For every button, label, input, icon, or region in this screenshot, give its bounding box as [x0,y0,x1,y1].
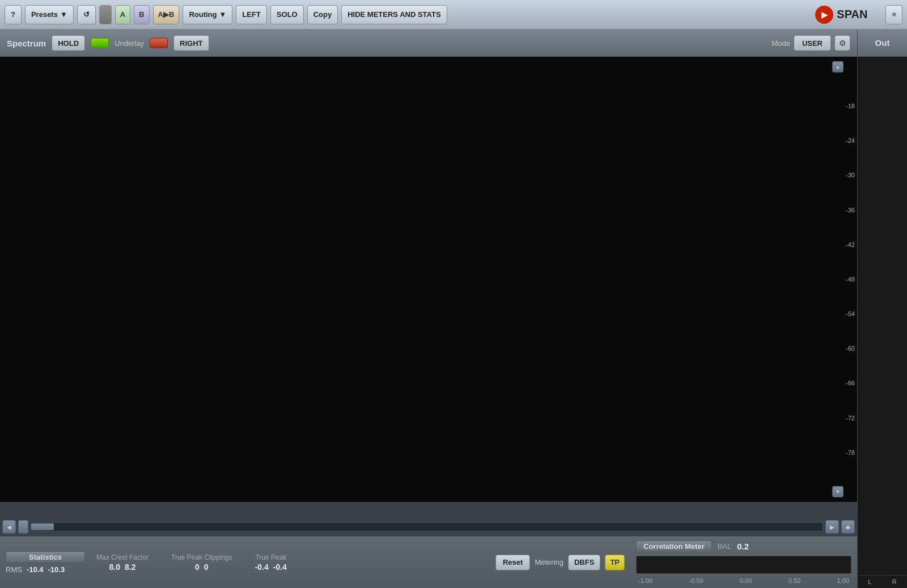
freq-label-600: 600 [405,508,415,515]
scroll-track[interactable] [31,522,823,531]
left-button[interactable]: LEFT [236,5,267,24]
routing-arrow-icon: ▼ [219,10,226,19]
vu-r-label: R [892,577,897,586]
bal-label: BAL [718,542,732,551]
presets-arrow-icon: ▼ [60,10,67,19]
vu-bars [858,57,907,575]
freq-label-20: 20 [0,508,3,515]
freq-label-6K: 6K [683,508,690,515]
mode-label: Mode [772,39,790,48]
max-crest-l: 8.0 [109,563,120,572]
vu-meter: Out L R [857,29,907,588]
true-peak-label: True Peak [255,553,286,561]
hold-button[interactable]: HOLD [52,35,85,51]
copy-button[interactable]: Copy [307,5,338,24]
spectrum-canvas-wrap: ▲ -18 -24 -30 -36 -42 -48 -54 -60 -66 -7… [0,57,857,502]
true-peak-clips-r: 0 [204,563,209,572]
correlation-axis: -1.00 -0.50 0.00 0.50 1.00 [636,577,851,584]
routing-button[interactable]: Routing ▼ [183,5,232,24]
freq-label-60: 60 [129,508,135,515]
correlation-canvas [637,556,851,573]
reset-button[interactable]: Reset [495,555,530,570]
correlation-header: Correlation Meter BAL 0.2 [636,540,851,552]
help-button[interactable]: ? [5,5,22,24]
true-peak-block: True Peak -0.4 -0.4 [255,553,287,572]
corr-axis-minus1: -1.00 [638,577,652,584]
scroll-thumb [31,523,54,530]
mode-section: Mode USER ⚙ [772,35,850,51]
routing-label: Routing [189,10,217,19]
scroll-diamond-button[interactable]: ◆ [841,520,855,534]
max-crest-r: 8.2 [125,563,135,572]
freq-label-40: 40 [80,508,87,515]
correlation-title: Correlation Meter [636,540,712,552]
spectrum-canvas[interactable] [0,57,857,502]
freq-label-800: 800 [439,508,450,515]
gray-btn[interactable] [99,5,112,24]
scroll-right-button[interactable]: ▶ [825,520,839,534]
bal-value: 0.2 [737,542,749,551]
freq-label-300: 300 [321,508,331,515]
green-indicator[interactable] [91,38,109,48]
right-button[interactable]: RIGHT [173,35,209,51]
spectrum-header: Spectrum HOLD Underlay RIGHT Mode USER ⚙ [0,29,857,57]
settings-button[interactable]: ⚙ [834,35,850,51]
scroll-bar: ◀ ▶ ◆ [0,518,857,536]
underlay-label: Underlay [115,39,144,48]
freq-label-200: 200 [272,508,282,515]
scroll-left-button[interactable]: ◀ [2,520,16,534]
vu-l-label: L [868,577,871,586]
correlation-meter[interactable] [636,556,851,574]
freq-label-100: 100 [189,508,199,515]
freq-label-30: 30 [45,508,52,515]
statistics-section: Statistics RMS -10.4 -10.3 [6,551,85,574]
right-indicator[interactable] [150,38,168,48]
rms-r-value: -10.3 [48,565,65,574]
statistics-title: Statistics [6,551,85,563]
freq-axis: 20304060801002003004006008001K2K3K4K6K8K… [0,502,857,518]
correlation-section: Correlation Meter BAL 0.2 -1.00 -0.50 0.… [636,540,851,584]
dbfs-button[interactable]: DBFS [568,555,600,570]
ab-button[interactable]: A▶B [153,5,180,24]
reset-icon-button[interactable]: ↺ [77,5,96,24]
freq-label-10K: 10K [743,508,755,515]
freq-label-1K: 1K [468,508,475,515]
spectrum-area: Spectrum HOLD Underlay RIGHT Mode USER ⚙… [0,29,857,588]
freq-label-20K: 20K [827,508,838,515]
a-button[interactable]: A [115,5,130,24]
b-button[interactable]: B [134,5,149,24]
menu-button[interactable]: ≡ [885,5,902,24]
true-peak-clips-l: 0 [195,563,200,572]
main: Spectrum HOLD Underlay RIGHT Mode USER ⚙… [0,29,907,588]
freq-label-80: 80 [163,508,170,515]
scroll-left2-button[interactable] [18,520,28,534]
corr-axis-05: 0.50 [789,577,800,584]
corr-axis-1: 1.00 [837,577,849,584]
freq-label-4K: 4K [634,508,642,515]
true-peak-clips-block: True Peak Clippings 0 0 [171,553,232,572]
true-peak-clips-label: True Peak Clippings [171,553,232,561]
brand-icon: ▶ [815,6,833,24]
corr-axis-minus05: -0.50 [689,577,703,584]
max-crest-block: Max Crest Factor 8.0 8.2 [96,553,149,572]
vu-header: Out [858,29,907,57]
freq-label-3K: 3K [600,508,607,515]
metering-section: Reset Metering DBFS TP [495,555,625,570]
spectrum-title: Spectrum [7,39,46,48]
rms-label: RMS [6,565,22,574]
brand: ▶ SPAN [815,6,867,24]
tp-button[interactable]: TP [605,555,625,570]
vu-canvas [860,59,905,573]
toolbar: ? Presets ▼ ↺ A B A▶B Routing ▼ LEFT SOL… [0,0,907,29]
presets-button[interactable]: Presets ▼ [25,5,74,24]
user-mode-button[interactable]: USER [794,35,831,51]
freq-label-8K: 8K [718,508,726,515]
solo-button[interactable]: SOLO [270,5,304,24]
corr-axis-zero: 0.00 [740,577,752,584]
presets-label: Presets [31,10,58,19]
stats-bar: Statistics RMS -10.4 -10.3 Max Crest Fac… [0,536,857,588]
hide-meters-button[interactable]: HIDE METERS AND STATS [341,5,447,24]
metering-label: Metering [535,558,563,566]
rms-row: RMS -10.4 -10.3 [6,565,85,574]
freq-label-2K: 2K [551,508,558,515]
